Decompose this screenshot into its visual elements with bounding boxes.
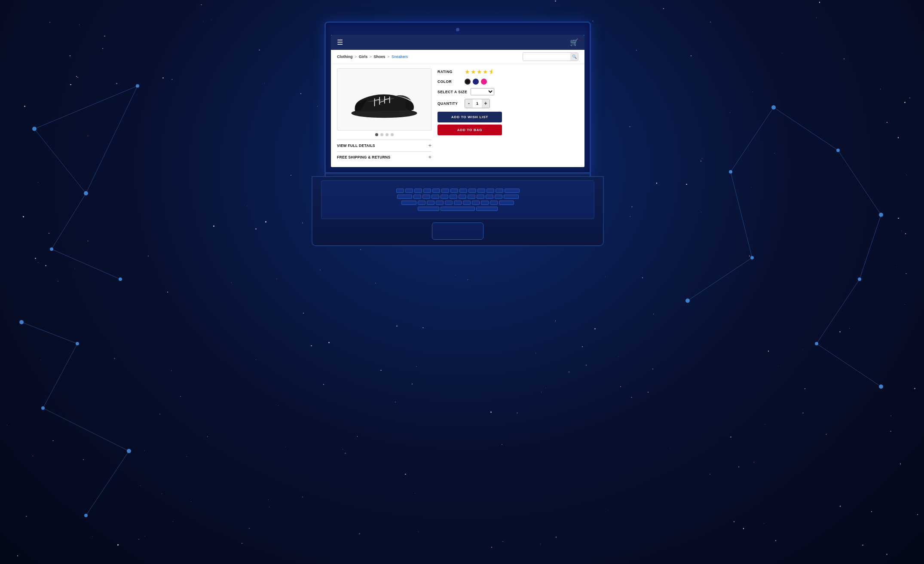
key bbox=[477, 195, 484, 199]
image-dot-1[interactable] bbox=[375, 133, 378, 136]
swatch-pink[interactable] bbox=[481, 79, 487, 85]
star-2: ★ bbox=[471, 68, 476, 75]
search-input[interactable] bbox=[523, 53, 570, 61]
view-full-details-plus: + bbox=[428, 143, 431, 149]
key bbox=[486, 195, 493, 199]
breadcrumb-clothing[interactable]: Clothing bbox=[337, 55, 353, 59]
key bbox=[427, 201, 434, 205]
add-to-bag-button[interactable]: ADD TO BAG bbox=[438, 125, 502, 135]
quantity-label: QUANTITY bbox=[438, 101, 461, 106]
product-image-section: VIEW FULL DETAILS + FREE SHIPPING & RETU… bbox=[337, 68, 431, 163]
image-dot-4[interactable] bbox=[391, 133, 394, 136]
key bbox=[431, 195, 439, 199]
free-shipping-plus: + bbox=[428, 154, 431, 160]
star-5-half: ⯨ bbox=[489, 68, 495, 75]
product-info-section: RATING ★ ★ ★ ★ ⯨ COLOR bbox=[438, 68, 578, 163]
key bbox=[477, 189, 485, 193]
product-details-rows: VIEW FULL DETAILS + FREE SHIPPING & RETU… bbox=[337, 140, 431, 163]
free-shipping-label: FREE SHIPPING & RETURNS bbox=[337, 155, 391, 159]
key bbox=[459, 189, 467, 193]
view-full-details-label: VIEW FULL DETAILS bbox=[337, 143, 375, 148]
key-row-2 bbox=[328, 195, 587, 199]
quantity-row: QUANTITY - 1 + bbox=[438, 99, 578, 108]
quantity-minus-button[interactable]: - bbox=[465, 99, 473, 108]
key bbox=[459, 195, 466, 199]
spacebar-key bbox=[441, 207, 475, 211]
swatch-black[interactable] bbox=[465, 79, 471, 85]
color-row: COLOR bbox=[438, 79, 578, 85]
key bbox=[441, 189, 449, 193]
cart-icon[interactable]: 🛒 bbox=[570, 38, 578, 46]
breadcrumb: Clothing > Girls > Shoes > Sneakers bbox=[337, 55, 408, 59]
key bbox=[396, 189, 404, 193]
key bbox=[445, 201, 453, 205]
key bbox=[505, 189, 520, 193]
image-dots bbox=[337, 133, 431, 136]
breadcrumb-sneakers: Sneakers bbox=[392, 55, 408, 59]
key bbox=[472, 201, 480, 205]
size-label: SELECT A SIZE bbox=[438, 90, 467, 94]
product-image-box bbox=[337, 68, 431, 131]
add-to-wishlist-button[interactable]: ADD TO WISH LIST bbox=[438, 112, 502, 122]
key-row-4 bbox=[328, 207, 587, 211]
laptop-base bbox=[312, 176, 604, 246]
size-row: SELECT A SIZE 5 6 7 8 bbox=[438, 88, 578, 95]
key bbox=[490, 201, 498, 205]
free-shipping-row[interactable]: FREE SHIPPING & RETURNS + bbox=[337, 151, 431, 163]
star-3: ★ bbox=[477, 68, 482, 75]
rating-label: RATING bbox=[438, 70, 461, 74]
swatch-navy[interactable] bbox=[473, 79, 479, 85]
key bbox=[405, 189, 413, 193]
laptop-screen-bezel: ☰ 🛒 Clothing > Girls > Shoes > Sneakers … bbox=[324, 21, 591, 174]
key bbox=[486, 189, 494, 193]
search-bar[interactable]: 🔍 bbox=[523, 52, 578, 61]
quantity-stepper: - 1 + bbox=[465, 99, 490, 108]
view-full-details-row[interactable]: VIEW FULL DETAILS + bbox=[337, 140, 431, 151]
color-label: COLOR bbox=[438, 79, 461, 84]
key bbox=[432, 189, 440, 193]
breadcrumb-shoes[interactable]: Shoes bbox=[374, 55, 386, 59]
rating-row: RATING ★ ★ ★ ★ ⯨ bbox=[438, 68, 578, 75]
key bbox=[450, 189, 458, 193]
product-image bbox=[346, 76, 423, 123]
star-1: ★ bbox=[465, 68, 470, 75]
key bbox=[496, 189, 503, 193]
key bbox=[499, 201, 514, 205]
key bbox=[454, 201, 462, 205]
key bbox=[468, 195, 475, 199]
search-button[interactable]: 🔍 bbox=[570, 53, 578, 61]
key bbox=[418, 207, 439, 211]
key bbox=[418, 201, 425, 205]
key bbox=[441, 195, 448, 199]
key bbox=[423, 189, 431, 193]
camera-dot bbox=[456, 28, 459, 31]
key bbox=[436, 201, 444, 205]
key bbox=[414, 189, 422, 193]
key bbox=[463, 201, 471, 205]
trackpad[interactable] bbox=[432, 223, 483, 240]
key bbox=[476, 207, 498, 211]
rating-stars: ★ ★ ★ ★ ⯨ bbox=[465, 68, 495, 75]
laptop-container: ☰ 🛒 Clothing > Girls > Shoes > Sneakers … bbox=[324, 21, 600, 246]
breadcrumb-girls[interactable]: Girls bbox=[359, 55, 368, 59]
image-dot-3[interactable] bbox=[386, 133, 389, 136]
key bbox=[397, 195, 412, 199]
quantity-value: 1 bbox=[473, 101, 482, 106]
screen-header: ☰ 🛒 bbox=[331, 35, 584, 50]
image-dot-2[interactable] bbox=[380, 133, 383, 136]
key bbox=[481, 201, 489, 205]
hamburger-icon[interactable]: ☰ bbox=[337, 38, 343, 46]
quantity-plus-button[interactable]: + bbox=[482, 99, 490, 108]
trackpad-area bbox=[321, 223, 594, 240]
product-area: VIEW FULL DETAILS + FREE SHIPPING & RETU… bbox=[331, 64, 584, 167]
size-select[interactable]: 5 6 7 8 bbox=[471, 88, 494, 95]
key bbox=[495, 195, 502, 199]
key-row-1 bbox=[328, 189, 587, 193]
keyboard-area bbox=[321, 180, 594, 219]
key bbox=[413, 195, 421, 199]
key bbox=[468, 189, 476, 193]
key-row-3 bbox=[328, 201, 587, 205]
star-4: ★ bbox=[483, 68, 488, 75]
key bbox=[450, 195, 457, 199]
color-swatches bbox=[465, 79, 487, 85]
